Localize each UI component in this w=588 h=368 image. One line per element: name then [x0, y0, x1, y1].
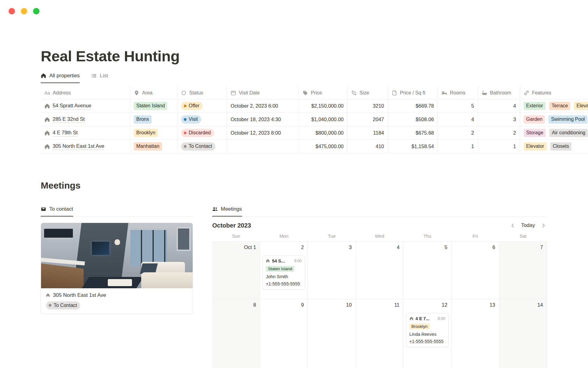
visit-date-cell[interactable] [227, 140, 299, 153]
size-cell[interactable]: 1184 [348, 126, 388, 140]
rooms-cell[interactable]: 1 [438, 140, 478, 153]
size-cell[interactable]: 2047 [348, 113, 388, 126]
area-cell[interactable]: Bronx [130, 113, 177, 126]
area-cell[interactable]: Manhattan [130, 140, 177, 153]
rooms-cell[interactable]: 4 [438, 113, 478, 126]
cell-value: 1 [471, 144, 474, 149]
bathroom-cell[interactable]: 2 [478, 126, 520, 140]
calendar-cell[interactable]: 4 [356, 242, 403, 299]
price-sqft-cell[interactable]: $675.68 [388, 126, 438, 140]
gallery-card[interactable]: 305 North East 1st Ave To Contact [41, 223, 193, 314]
features-cell[interactable]: ExteriorTerraceElevator [520, 99, 588, 113]
calendar-event-card[interactable]: 4 E 7...8:00BrooklynLinda Reeves+1-555-5… [406, 313, 449, 347]
bathroom-cell[interactable]: 4 [478, 99, 520, 113]
day-header: Sat [499, 233, 547, 239]
tab-list[interactable]: List [91, 73, 108, 83]
event-phone-link[interactable]: +1-555-555-5555 [409, 339, 445, 344]
tab-to-contact[interactable]: To contact [41, 206, 73, 217]
table-row: 305 North East 1st AveManhattanTo Contac… [41, 140, 588, 153]
bathroom-cell[interactable]: 1 [478, 140, 520, 153]
status-cell[interactable]: To Contact [177, 140, 227, 153]
price-cell[interactable]: $475,000.00 [299, 140, 348, 153]
status-cell[interactable]: Offer [177, 99, 227, 113]
calendar-cell[interactable]: 13 [451, 299, 499, 368]
price-cell[interactable]: $800,000.00 [299, 126, 348, 140]
gallery-card-address[interactable]: 305 North East 1st Ave [46, 292, 188, 298]
calendar-cell[interactable]: Oct 1 [212, 242, 260, 299]
column-header-area[interactable]: Area [130, 86, 177, 99]
address-cell[interactable]: 305 North East 1st Ave [41, 140, 130, 153]
event-area-tag: Brooklyn [409, 324, 430, 329]
price-cell[interactable]: $2,150,000.00 [299, 99, 348, 113]
rooms-cell[interactable]: 2 [438, 126, 478, 140]
calendar-date: 7 [540, 244, 543, 250]
price-cell[interactable]: $1,040,000.00 [299, 113, 348, 126]
photo-shape [130, 230, 167, 266]
address-link[interactable]: 54 Spratt Avenue [53, 102, 91, 109]
to-contact-tabbar: To contact [41, 206, 193, 217]
calendar-cell[interactable]: 10 [308, 299, 356, 368]
calendar-cell[interactable]: 6 [451, 242, 499, 299]
day-header: Wed [356, 233, 403, 239]
calendar-date: 4 [397, 244, 399, 250]
column-header-price-sq-ft[interactable]: Price / Sq ft [388, 86, 438, 99]
features-cell[interactable]: GardenSwimming Pool [520, 113, 588, 126]
visit-date-cell[interactable]: October 2, 2023 6:00 [227, 99, 299, 113]
calendar-event-card[interactable]: 54 S...6:00Staten IslandJohn Smith+1-555… [262, 255, 305, 289]
column-header-address[interactable]: AaAddress [41, 86, 130, 99]
status-cell[interactable]: Visit [177, 113, 227, 126]
column-header-price[interactable]: Price [299, 86, 348, 99]
visit-date-cell[interactable]: October 12, 2023 8:00 [227, 126, 299, 140]
minimize-button[interactable] [21, 8, 27, 14]
calendar-cell[interactable]: 9 [260, 299, 308, 368]
day-header: Tue [308, 233, 356, 239]
calendar-cell[interactable]: 8 [212, 299, 260, 368]
price-sqft-cell[interactable]: $508.06 [388, 113, 438, 126]
photo-shape [177, 227, 190, 251]
calendar-cell[interactable]: 7 [499, 242, 547, 299]
zoom-button[interactable] [33, 8, 40, 14]
size-cell[interactable]: 410 [348, 140, 388, 153]
calendar-cell[interactable]: 124 E 7...8:00BrooklynLinda Reeves+1-555… [404, 299, 451, 368]
status-cell[interactable]: Discarded [177, 126, 227, 140]
column-header-visit-date[interactable]: Visit Date [227, 86, 299, 99]
page-title: Real Estate Hunting [41, 48, 588, 65]
prev-month-button[interactable] [510, 223, 516, 228]
today-button[interactable]: Today [521, 222, 535, 228]
calendar-cell[interactable]: 254 S...6:00Staten IslandJohn Smith+1-55… [260, 242, 308, 299]
column-header-rooms[interactable]: Rooms [438, 86, 478, 99]
area-cell[interactable]: Staten Island [130, 99, 177, 113]
bathroom-cell[interactable]: 3 [478, 113, 520, 126]
price-sqft-cell[interactable]: $1,158.54 [388, 140, 438, 153]
price-sqft-cell[interactable]: $669.78 [388, 99, 438, 113]
row-home-icon [44, 144, 50, 149]
calendar-cell[interactable]: 14 [499, 299, 547, 368]
column-header-features[interactable]: Features [520, 86, 588, 99]
event-phone-link[interactable]: +1-555-555-5555 [266, 281, 302, 286]
close-button[interactable] [9, 8, 15, 14]
calendar-cell[interactable]: 5 [404, 242, 451, 299]
column-label: Area [142, 90, 153, 96]
features-cell[interactable]: StorageAir conditioning [520, 126, 588, 140]
calendar-cell[interactable]: 11 [356, 299, 403, 368]
features-cell[interactable]: ElevatorClosets [520, 140, 588, 153]
area-cell[interactable]: Brooklyn [130, 126, 177, 140]
column-header-bathroom[interactable]: Bathroom [478, 86, 520, 99]
column-header-status[interactable]: Status [177, 86, 227, 99]
next-month-button[interactable] [541, 223, 546, 228]
size-cell[interactable]: 3210 [348, 99, 388, 113]
calendar-date: 8 [253, 302, 256, 308]
address-cell[interactable]: 285 E 32nd St [41, 113, 130, 126]
tab-all-properties[interactable]: All properties [41, 73, 80, 83]
address-link[interactable]: 4 E 79th St [53, 129, 78, 136]
rooms-cell[interactable]: 5 [438, 99, 478, 113]
address-link[interactable]: 305 North East 1st Ave [53, 143, 104, 150]
area-icon [134, 90, 139, 96]
address-cell[interactable]: 54 Spratt Avenue [41, 99, 130, 113]
tab-meetings[interactable]: Meetings [212, 206, 242, 217]
address-link[interactable]: 285 E 32nd St [53, 116, 85, 123]
visit-date-cell[interactable]: October 18, 2023 4:30 [227, 113, 299, 126]
calendar-cell[interactable]: 3 [308, 242, 356, 299]
address-cell[interactable]: 4 E 79th St [41, 126, 130, 140]
column-header-size[interactable]: Size [348, 86, 388, 99]
